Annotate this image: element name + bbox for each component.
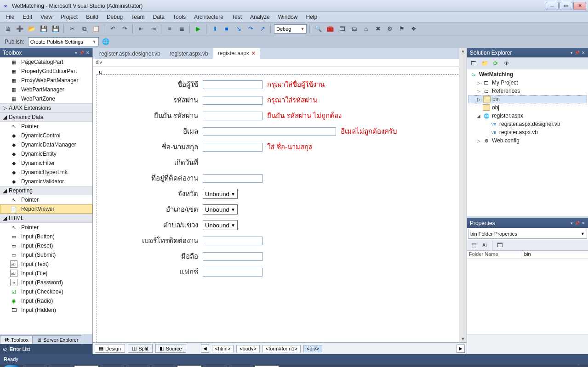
- dropdown-icon[interactable]: ▾: [571, 221, 573, 226]
- textbox[interactable]: [203, 237, 263, 245]
- dropdown[interactable]: Unbound▼: [203, 204, 238, 215]
- categorized-button[interactable]: ▤: [469, 240, 479, 250]
- step-over-button[interactable]: ↷: [245, 24, 256, 34]
- publish-target-combo[interactable]: Create Publish Settings▼: [28, 37, 99, 46]
- property-row[interactable]: Folder Name bin: [467, 251, 588, 259]
- break-button[interactable]: ⏸: [210, 24, 220, 34]
- close-icon[interactable]: ✕: [86, 51, 90, 55]
- open-button[interactable]: 📂: [27, 24, 37, 34]
- property-pages-button[interactable]: 🗔: [495, 240, 505, 250]
- toolbox-item[interactable]: ◆DynamicValidator: [0, 177, 92, 186]
- tree-expander[interactable]: ▷: [476, 89, 481, 94]
- toolbox-item[interactable]: ▦ProxyWebPartManager: [0, 76, 92, 85]
- tree-node[interactable]: ▷bin: [468, 95, 587, 103]
- toolbox-item[interactable]: ▦WebPartZone: [0, 94, 92, 103]
- refresh-button[interactable]: ⟳: [491, 59, 500, 68]
- doc-tab[interactable]: register.aspx.vb: [165, 49, 213, 59]
- nav-fwd-button[interactable]: ⇥: [148, 24, 158, 34]
- dropdown[interactable]: Unbound▼: [203, 189, 238, 199]
- pin-icon[interactable]: 📌: [575, 51, 580, 55]
- menu-help[interactable]: Help: [302, 13, 321, 21]
- toolbox-category-ajax[interactable]: ▷AJAX Extensions: [0, 103, 92, 113]
- textbox[interactable]: [203, 143, 263, 152]
- textbox[interactable]: [203, 127, 336, 136]
- toolbox-item[interactable]: ↖Pointer: [0, 195, 92, 204]
- toolbox-item[interactable]: ◆DynamicDataManager: [0, 140, 92, 149]
- toolbox-item[interactable]: ▦WebPartManager: [0, 85, 92, 94]
- tree-expander[interactable]: ▷: [476, 138, 481, 143]
- view-split-tab[interactable]: ◫Split: [128, 344, 152, 353]
- toolbox-item[interactable]: ablInput (Text): [0, 260, 92, 269]
- menu-test[interactable]: Test: [228, 13, 245, 21]
- copy-button[interactable]: ⧉: [79, 24, 89, 34]
- properties-button[interactable]: 🗔: [469, 59, 478, 68]
- properties-selection-combo[interactable]: bin Folder Properties▼: [468, 229, 587, 239]
- add-item-button[interactable]: ➕: [15, 24, 25, 34]
- path-chip[interactable]: <html>: [212, 345, 234, 352]
- uncomment-button[interactable]: ≣: [177, 24, 187, 34]
- start-page-button[interactable]: ⌂: [361, 24, 371, 34]
- minimize-button[interactable]: ─: [546, 2, 559, 10]
- close-tab-icon[interactable]: ×: [252, 50, 255, 56]
- start-button[interactable]: ⊞: [2, 365, 21, 367]
- menu-tools[interactable]: Tools: [169, 13, 189, 21]
- new-project-button[interactable]: 🗎: [3, 24, 13, 34]
- close-button[interactable]: ✕: [573, 2, 586, 10]
- doc-tab-active[interactable]: register.aspx×: [213, 48, 260, 59]
- toolbox-item[interactable]: 🗔Input (Hidden): [0, 305, 92, 315]
- dropdown-icon[interactable]: ▾: [571, 51, 573, 55]
- undo-button[interactable]: ↶: [108, 24, 118, 34]
- tree-root[interactable]: 🗂WetMatching: [468, 70, 587, 79]
- path-nav-left[interactable]: ◀: [201, 344, 209, 353]
- tab-server-explorer[interactable]: 🖥Server Explorer: [32, 335, 82, 344]
- tree-node[interactable]: ▷🗔My Project: [468, 79, 587, 87]
- menu-analyze[interactable]: Analyze: [246, 13, 274, 21]
- toolbox-category-html[interactable]: ◢HTML: [0, 214, 92, 223]
- menu-data[interactable]: Data: [149, 13, 168, 21]
- doc-tab[interactable]: register.aspx.designer.vb: [95, 49, 165, 59]
- path-nav-right[interactable]: ▶: [457, 344, 465, 353]
- menu-team[interactable]: Team: [127, 13, 148, 21]
- textbox[interactable]: [203, 112, 263, 120]
- selection-handle[interactable]: [99, 71, 102, 73]
- start-button[interactable]: ▶: [193, 24, 203, 34]
- menu-project[interactable]: Project: [57, 13, 81, 21]
- path-chip-selected[interactable]: <div>: [303, 345, 322, 352]
- form-container[interactable]: ชื่อผู้ใช้กรุณาใส่ชื่อผู้ใช้งานรหัสผ่านก…: [97, 74, 463, 342]
- ext-button-3[interactable]: ⚑: [397, 24, 407, 34]
- toolbox-item[interactable]: ▭Input (Reset): [0, 241, 92, 250]
- toolbox-item[interactable]: ablInput (File): [0, 269, 92, 278]
- tree-node[interactable]: VBregister.aspx.vb: [468, 128, 587, 136]
- vertical-scrollbar[interactable]: ▲▼: [459, 48, 467, 342]
- alphabetical-button[interactable]: A↓: [480, 240, 490, 250]
- step-out-button[interactable]: ↗: [257, 24, 268, 34]
- toolbox-item[interactable]: ◆DynamicEntity: [0, 149, 92, 158]
- config-combo[interactable]: Debug▼: [274, 24, 307, 34]
- toolbox-item-reportviewer[interactable]: 📄ReportViewer: [0, 204, 92, 214]
- toolbox-item[interactable]: ↖Pointer: [0, 122, 92, 131]
- nav-back-button[interactable]: ⇤: [136, 24, 146, 34]
- ext-button-1[interactable]: ✖: [373, 24, 383, 34]
- save-button[interactable]: 💾: [39, 24, 49, 34]
- tree-node[interactable]: ▷🗂References: [468, 87, 587, 95]
- menu-build[interactable]: Build: [82, 13, 102, 21]
- textbox[interactable]: [203, 252, 263, 261]
- tree-node[interactable]: VBregister.aspx.designer.vb: [468, 120, 587, 128]
- textbox[interactable]: [203, 96, 263, 105]
- textbox[interactable]: [203, 268, 263, 277]
- toolbox-item[interactable]: ▦PropertyGridEditorPart: [0, 67, 92, 76]
- textbox[interactable]: [203, 174, 263, 183]
- tree-expander[interactable]: ◢: [476, 113, 481, 119]
- paste-button[interactable]: 📋: [91, 24, 101, 34]
- toolbox-category-dynamic[interactable]: ◢Dynamic Data: [0, 113, 92, 122]
- toolbox-category-reporting[interactable]: ◢Reporting: [0, 186, 92, 195]
- textbox[interactable]: [203, 80, 263, 89]
- toolbox-item[interactable]: ▭Input (Submit): [0, 250, 92, 260]
- design-surface[interactable]: ชื่อผู้ใช้กรุณาใส่ชื่อผู้ใช้งานรหัสผ่านก…: [93, 67, 467, 342]
- toolbox-item[interactable]: ↖Pointer: [0, 223, 92, 232]
- toolbox-item[interactable]: ☑Input (Checkbox): [0, 287, 92, 296]
- toolbox-item[interactable]: ◆DynamicHyperLink: [0, 168, 92, 177]
- maximize-button[interactable]: ▭: [559, 2, 572, 10]
- object-browser-button[interactable]: 🗂: [349, 24, 359, 34]
- save-all-button[interactable]: 💾: [51, 24, 61, 34]
